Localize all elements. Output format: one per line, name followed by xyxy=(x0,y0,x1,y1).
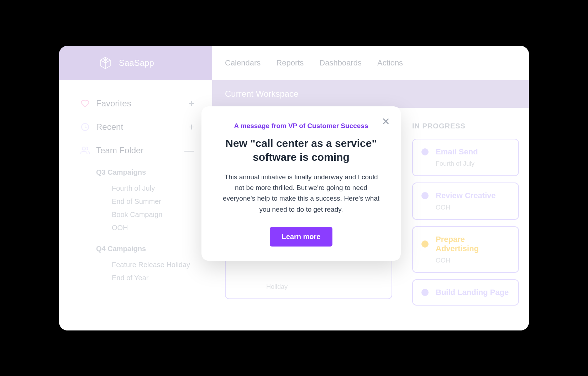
recent-add-icon[interactable]: + xyxy=(189,121,201,133)
nav-actions[interactable]: Actions xyxy=(377,58,403,68)
sidebar-item-end-of-summer[interactable]: End of Summer xyxy=(112,197,201,206)
card-subtitle: OOH xyxy=(436,257,510,264)
nav-calendars[interactable]: Calendars xyxy=(225,58,261,68)
status-dot-icon xyxy=(421,289,429,296)
heart-icon xyxy=(80,99,90,108)
card-title: Prepare Advertising xyxy=(436,235,510,253)
status-dot-icon xyxy=(421,240,429,248)
workspace-label: Current Workspace xyxy=(225,89,298,99)
svg-point-1 xyxy=(82,147,85,150)
column-in-progress: IN PROGRESS Email Send Fourth of July Re… xyxy=(412,122,519,330)
card-subtitle: Holiday xyxy=(266,283,383,291)
sidebar-item-book-campaign[interactable]: Book Campaign xyxy=(112,211,201,219)
modal-eyebrow: A message from VP of Customer Success xyxy=(219,122,383,130)
sidebar-section-favorites[interactable]: Favorites + xyxy=(80,98,201,109)
card-subtitle: OOH xyxy=(436,204,510,211)
card-title: Review Creative xyxy=(436,191,496,200)
app-window: SaaSapp Favorites + xyxy=(59,46,529,330)
sidebar-item-ooh[interactable]: OOH xyxy=(112,224,201,232)
close-icon[interactable] xyxy=(380,116,392,127)
modal-title: New "call center as a service" software … xyxy=(219,136,383,164)
board-card-prepare-advertising[interactable]: Prepare Advertising OOH xyxy=(412,226,519,273)
board-card-email-send[interactable]: Email Send Fourth of July xyxy=(412,139,519,176)
sidebar-header: SaaSapp xyxy=(59,46,212,80)
sidebar: SaaSapp Favorites + xyxy=(59,46,212,330)
card-title: Build Landing Page xyxy=(436,288,509,297)
app-name: SaaSapp xyxy=(119,58,154,68)
team-folder-collapse-icon[interactable]: — xyxy=(184,145,201,156)
board-card-build-landing[interactable]: Build Landing Page xyxy=(412,279,519,306)
group-q4-title[interactable]: Q4 Campaigns xyxy=(96,245,201,253)
sidebar-item-feature-release-holiday[interactable]: Feature Release Holiday xyxy=(112,261,201,269)
status-dot-icon xyxy=(421,192,429,199)
sidebar-section-recent[interactable]: Recent + xyxy=(80,121,201,133)
card-title: Email Send xyxy=(436,147,478,157)
column-in-progress-header: IN PROGRESS xyxy=(412,122,519,130)
card-subtitle: Fourth of July xyxy=(436,160,510,168)
board-card-review-creative[interactable]: Review Creative OOH xyxy=(412,182,519,220)
clock-icon xyxy=(80,122,90,132)
workspace-bar: Current Workspace xyxy=(212,80,529,108)
sidebar-body: Favorites + Recent + xyxy=(59,80,212,287)
favorites-add-icon[interactable]: + xyxy=(189,98,201,109)
group-q3-title[interactable]: Q3 Campaigns xyxy=(96,168,201,176)
top-nav: Calendars Reports Dashboards Actions xyxy=(212,46,529,80)
status-dot-icon xyxy=(421,148,429,155)
favorites-label: Favorites xyxy=(96,99,131,108)
nav-reports[interactable]: Reports xyxy=(276,58,304,68)
sidebar-section-team-folder[interactable]: Team Folder — xyxy=(80,145,201,156)
team-folder-label: Team Folder xyxy=(96,145,143,155)
learn-more-button[interactable]: Learn more xyxy=(270,227,333,247)
nav-dashboards[interactable]: Dashboards xyxy=(319,58,362,68)
users-icon xyxy=(80,146,90,155)
sidebar-item-end-of-year[interactable]: End of Year xyxy=(112,274,201,282)
announcement-modal: A message from VP of Customer Success Ne… xyxy=(201,106,401,261)
modal-body: This annual initiative is finally underw… xyxy=(219,172,383,215)
sidebar-item-fourth-of-july[interactable]: Fourth of July xyxy=(112,184,201,192)
recent-label: Recent xyxy=(96,122,123,132)
cube-logo-icon xyxy=(98,56,112,70)
